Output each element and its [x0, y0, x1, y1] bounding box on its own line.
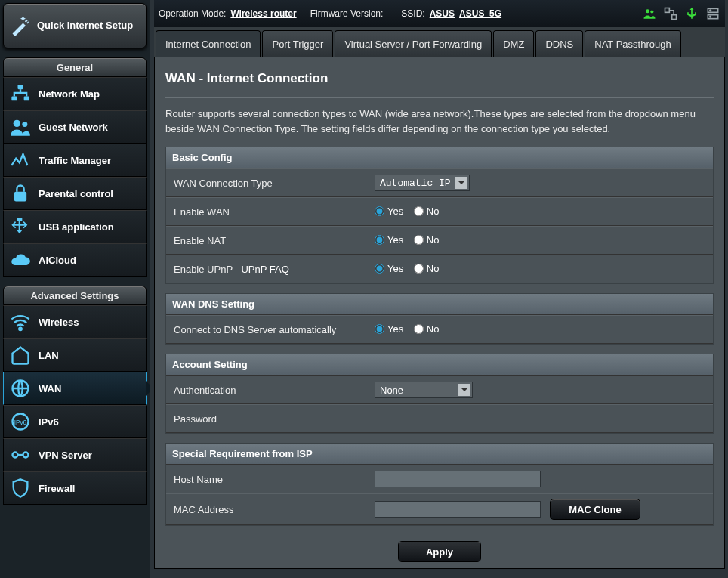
auth-select[interactable]: None — [375, 382, 473, 398]
sidebar-item-traffic-manager[interactable]: Traffic Manager — [3, 144, 147, 177]
svg-point-10 — [13, 453, 18, 458]
sidebar-item-wireless[interactable]: Wireless — [3, 305, 147, 338]
sidebar-section-general: General — [3, 57, 147, 77]
radio-yes[interactable]: Yes — [375, 234, 403, 246]
row-enable-wan: Enable WAN Yes No — [166, 197, 713, 226]
group-header: WAN DNS Setting — [166, 294, 713, 315]
sidebar-item-label: LAN — [39, 350, 59, 361]
sidebar-item-parental-control[interactable]: Parental control — [3, 177, 147, 210]
sidebar-item-usb-application[interactable]: USB application — [3, 210, 147, 243]
group-wan-dns: WAN DNS Setting Connect to DNS Server au… — [165, 293, 714, 345]
radio-yes[interactable]: Yes — [375, 263, 403, 274]
select-value: Automatic IP — [380, 178, 451, 189]
sidebar: Quick Internet Setup General Network Map… — [0, 0, 150, 578]
sidebar-item-label: Firewall — [39, 483, 75, 494]
sidebar-item-label: Wireless — [39, 317, 79, 328]
field-label: Enable WAN — [166, 200, 369, 224]
sidebar-section-advanced: Advanced Settings — [3, 286, 147, 305]
guest-network-icon — [10, 116, 31, 138]
top-bar: Operation Mode: Wireless router Firmware… — [154, 0, 725, 27]
tab-bar: Internet Connection Port Trigger Virtual… — [154, 27, 725, 57]
ssid-label: SSID: — [401, 8, 424, 19]
apply-button[interactable]: Apply — [398, 541, 481, 562]
radio-no[interactable]: No — [414, 206, 440, 217]
svg-rect-0 — [18, 85, 23, 89]
group-isp: Special Requirement from ISP Host Name M… — [165, 443, 714, 526]
sidebar-item-label: USB application — [39, 221, 114, 233]
sidebar-item-wan[interactable]: WAN — [3, 372, 147, 405]
ipv6-icon: IPv6 — [10, 411, 31, 432]
row-dns-auto: Connect to DNS Server automatically Yes … — [166, 315, 713, 344]
radio-no[interactable]: No — [414, 323, 440, 335]
tab-ddns[interactable]: DDNS — [535, 30, 583, 57]
network-map-icon — [10, 83, 31, 104]
field-label: Host Name — [166, 468, 369, 491]
sidebar-item-guest-network[interactable]: Guest Network — [3, 110, 147, 144]
aicloud-icon — [10, 249, 31, 270]
wireless-icon — [10, 311, 31, 332]
sidebar-item-network-map[interactable]: Network Map — [3, 77, 147, 110]
svg-rect-5 — [14, 192, 26, 202]
group-basic-config: Basic Config WAN Connection Type Automat… — [165, 147, 714, 284]
svg-rect-14 — [665, 8, 670, 13]
field-label: Password — [166, 407, 369, 431]
sidebar-item-vpn-server[interactable]: VPN Server — [3, 438, 147, 471]
wan-type-select[interactable]: Automatic IP — [375, 175, 470, 191]
server-status-icon[interactable] — [705, 6, 720, 21]
select-value: None — [380, 385, 403, 396]
main-content: Operation Mode: Wireless router Firmware… — [150, 0, 728, 578]
upnp-faq-link[interactable]: UPnP FAQ — [241, 264, 288, 275]
radio-no[interactable]: No — [414, 234, 440, 246]
field-label: Enable UPnP UPnP FAQ — [166, 258, 369, 281]
lan-icon — [10, 345, 31, 366]
top-status-icons — [642, 6, 720, 21]
tab-dmz[interactable]: DMZ — [493, 30, 534, 57]
sidebar-item-label: Traffic Manager — [39, 155, 111, 166]
chevron-down-icon — [455, 177, 467, 189]
sidebar-item-label: Parental control — [39, 188, 113, 199]
field-label: Authentication — [166, 379, 369, 402]
row-host-name: Host Name — [166, 465, 713, 493]
usb-status-icon[interactable] — [684, 6, 699, 21]
field-label: Connect to DNS Server automatically — [166, 318, 369, 342]
page-title: WAN - Internet Connection — [165, 71, 714, 86]
group-header: Basic Config — [166, 147, 713, 168]
svg-point-12 — [646, 9, 649, 13]
tab-internet-connection[interactable]: Internet Connection — [156, 30, 261, 57]
quick-internet-setup-button[interactable]: Quick Internet Setup — [3, 3, 147, 48]
tab-port-forwarding[interactable]: Virtual Server / Port Forwarding — [335, 30, 492, 57]
group-account: Account Setting Authentication None Pass… — [165, 354, 714, 434]
mac-clone-button[interactable]: MAC Clone — [550, 499, 640, 520]
sidebar-item-label: VPN Server — [39, 450, 92, 461]
sidebar-item-lan[interactable]: LAN — [3, 338, 147, 372]
op-mode-label: Operation Mode: — [159, 8, 226, 19]
network-status-icon[interactable] — [663, 6, 678, 21]
op-mode-value[interactable]: Wireless router — [230, 8, 296, 19]
sidebar-item-label: AiCloud — [39, 255, 76, 266]
svg-point-19 — [710, 16, 711, 17]
users-status-icon[interactable] — [642, 6, 657, 21]
radio-yes[interactable]: Yes — [375, 206, 403, 217]
host-name-input[interactable] — [375, 471, 541, 487]
svg-point-6 — [19, 328, 22, 331]
sidebar-item-firewall[interactable]: Firewall — [3, 471, 147, 505]
sidebar-item-label: Guest Network — [39, 122, 108, 133]
radio-no[interactable]: No — [414, 263, 440, 274]
mac-address-input[interactable] — [375, 501, 541, 518]
tab-nat-passthrough[interactable]: NAT Passthrough — [585, 30, 680, 57]
radio-yes[interactable]: Yes — [375, 323, 403, 335]
row-mac-address: MAC Address MAC Clone — [166, 493, 713, 525]
group-header: Special Requirement from ISP — [166, 444, 713, 465]
tab-port-trigger[interactable]: Port Trigger — [262, 30, 333, 57]
row-wan-type: WAN Connection Type Automatic IP — [166, 168, 713, 197]
wand-icon — [10, 15, 31, 36]
ssid-value-2[interactable]: ASUS_5G — [459, 8, 501, 19]
sidebar-item-aicloud[interactable]: AiCloud — [3, 243, 147, 277]
ssid-value-1[interactable]: ASUS — [430, 8, 455, 19]
field-label: Enable NAT — [166, 229, 369, 252]
svg-point-11 — [23, 453, 29, 458]
field-label: WAN Connection Type — [166, 172, 369, 195]
svg-point-4 — [22, 122, 27, 127]
usb-application-icon — [10, 216, 31, 237]
sidebar-item-ipv6[interactable]: IPv6 IPv6 — [3, 405, 147, 438]
